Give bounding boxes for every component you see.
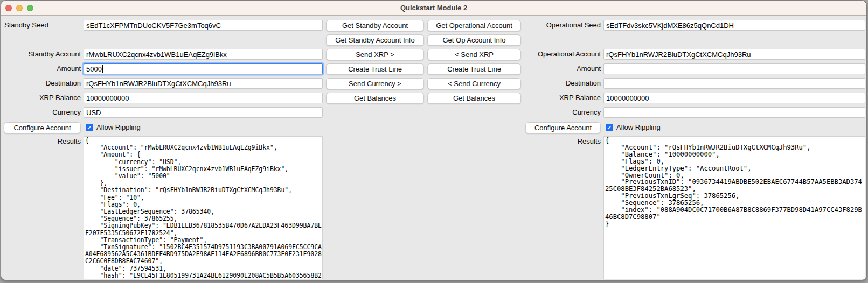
- configure-account-operational-button[interactable]: Configure Account: [525, 122, 601, 133]
- operational-results-textarea[interactable]: { "Account": "rQsFHYb1nRWJR2BiuDTXgCtXCM…: [603, 136, 865, 279]
- standby-currency-input[interactable]: [84, 107, 323, 118]
- text-cursor: [102, 65, 103, 73]
- allow-rippling-operational-label: Allow Rippling: [616, 123, 661, 132]
- operational-xrp-balance-label: XRP Balance: [524, 94, 601, 102]
- standby-account-input[interactable]: [84, 49, 323, 60]
- send-xrp-left-button[interactable]: < Send XRP: [427, 49, 521, 60]
- standby-results-textarea[interactable]: { "Account": "rMwbLRUXC2qcnx4zvb1WB1uEAq…: [84, 136, 323, 279]
- get-standby-account-info-button[interactable]: Get Standby Account Info: [326, 34, 424, 46]
- get-operational-account-button[interactable]: Get Operational Account: [427, 20, 521, 31]
- send-xrp-right-button[interactable]: Send XRP >: [326, 49, 424, 60]
- operational-account-input[interactable]: [603, 49, 865, 60]
- standby-currency-label: Currency: [1, 108, 81, 117]
- checkmark-icon: ✓: [607, 124, 612, 131]
- standby-destination-input[interactable]: [84, 78, 323, 89]
- standby-account-label: Standby Account: [1, 50, 81, 59]
- app-window: Quickstart Module 2 Standby Seed Get Sta…: [1, 0, 867, 280]
- operational-currency-label: Currency: [524, 108, 601, 117]
- create-trust-line-operational-button[interactable]: Create Trust Line: [427, 63, 521, 75]
- main-content: Standby Seed Get Standby Account Get Ope…: [1, 16, 866, 280]
- operational-destination-label: Destination: [524, 79, 601, 88]
- operational-currency-input[interactable]: [603, 107, 865, 118]
- standby-xrp-balance-label: XRP Balance: [1, 94, 81, 102]
- operational-amount-label: Amount: [524, 65, 601, 73]
- operational-account-label: Operational Account: [524, 50, 601, 59]
- send-currency-left-button[interactable]: < Send Currency: [427, 78, 521, 89]
- operational-results-label: Results: [524, 137, 601, 146]
- configure-account-standby-button[interactable]: Configure Account: [4, 122, 81, 133]
- operational-seed-input[interactable]: [603, 20, 865, 31]
- create-trust-line-standby-button[interactable]: Create Trust Line: [326, 63, 424, 75]
- get-op-account-info-button[interactable]: Get Op Account Info: [427, 34, 521, 46]
- standby-amount-label: Amount: [1, 65, 81, 73]
- checkmark-icon: ✓: [87, 124, 92, 131]
- get-standby-account-button[interactable]: Get Standby Account: [326, 20, 424, 31]
- standby-results-label: Results: [1, 137, 81, 146]
- operational-amount-input[interactable]: [603, 63, 865, 74]
- standby-seed-label: Standby Seed: [4, 21, 48, 30]
- get-balances-operational-button[interactable]: Get Balances: [427, 93, 521, 104]
- send-currency-right-button[interactable]: Send Currency >: [326, 78, 424, 89]
- operational-destination-input[interactable]: [603, 78, 865, 89]
- get-balances-standby-button[interactable]: Get Balances: [326, 93, 424, 104]
- allow-rippling-standby-label: Allow Rippling: [96, 123, 141, 132]
- standby-destination-label: Destination: [1, 79, 81, 88]
- standby-amount-input[interactable]: 5000: [84, 63, 323, 74]
- window-title: Quickstart Module 2: [1, 1, 866, 16]
- standby-xrp-balance-input[interactable]: [84, 93, 323, 103]
- allow-rippling-standby-checkbox[interactable]: ✓: [86, 124, 93, 131]
- standby-amount-value: 5000: [86, 65, 102, 73]
- standby-seed-input[interactable]: [84, 20, 323, 31]
- operational-xrp-balance-input[interactable]: [603, 93, 865, 103]
- allow-rippling-operational-checkbox[interactable]: ✓: [606, 124, 613, 131]
- title-bar: Quickstart Module 2: [1, 1, 866, 16]
- operational-seed-label: Operational Seed: [524, 21, 601, 30]
